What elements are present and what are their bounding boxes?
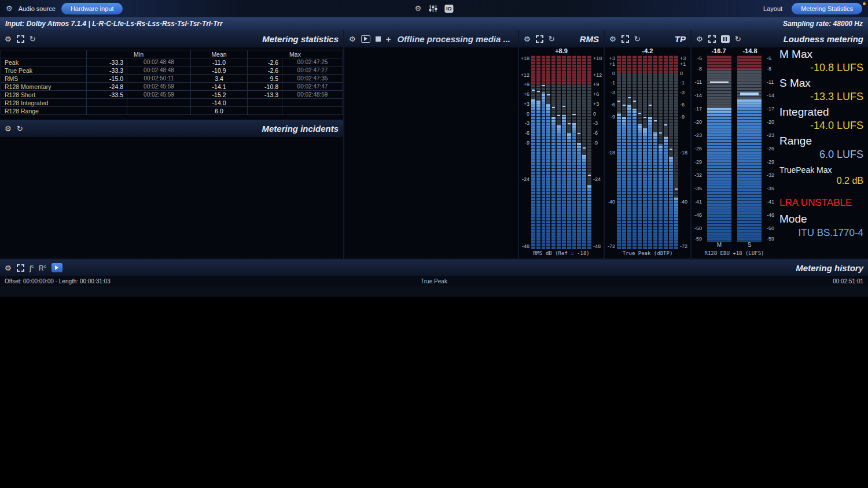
meter-segments: [587, 56, 591, 249]
scale-tick-label: +9: [593, 82, 599, 87]
scale-tick-label: -59: [694, 236, 702, 242]
settings-icon[interactable]: ⚙: [414, 5, 421, 12]
scale-tick-label: -32: [694, 172, 702, 178]
settings-icon[interactable]: ⚙: [5, 35, 12, 43]
rms-meter: +18+12+9+6+30-3-6-9-24-48+18+12+9+6+30-3…: [519, 56, 604, 249]
loudness-readout-list: M Max -10.8 LUFS S Max -13.3 LUFS Integr…: [777, 47, 868, 258]
stop-icon[interactable]: [376, 36, 381, 42]
stats-cell: [282, 107, 343, 115]
fullscreen-icon[interactable]: [536, 35, 543, 43]
m-max-label: M Max: [779, 47, 863, 61]
meter-channel: [551, 56, 556, 249]
offline-empty-area: [344, 47, 518, 258]
reset-icon[interactable]: ↻: [735, 35, 741, 43]
scale-tick-label: -24: [522, 176, 529, 182]
scale-tick-label: -50: [767, 225, 774, 231]
scale-tick-label: +9: [524, 82, 529, 87]
stats-cell: Peak: [1, 58, 87, 66]
stats-cell: -11.0: [191, 58, 248, 66]
scale-tick-label: -35: [694, 186, 702, 191]
stats-cell: 3.4: [191, 75, 248, 83]
settings-icon[interactable]: ⚙: [524, 35, 531, 43]
meter-peak-marker: [710, 82, 729, 83]
loudness-title: Loudness metering: [784, 34, 863, 44]
meter-channel: [664, 56, 668, 249]
scale-tick-label: 0: [593, 111, 596, 117]
settings-icon[interactable]: ⚙: [6, 5, 13, 12]
io-icon[interactable]: IO: [444, 5, 454, 13]
incidents-title: Metering incidents: [262, 124, 339, 134]
stats-cell: [248, 99, 282, 107]
meter-channel: [536, 56, 540, 249]
fullscreen-icon[interactable]: [17, 264, 24, 272]
stats-cell: -33.5: [87, 91, 127, 99]
stats-cell: 00:02:45:59: [127, 91, 191, 99]
scale-tick-label: -14: [694, 93, 702, 98]
mode-value: ITU BS.1770-4: [779, 227, 863, 239]
meter-channel: [669, 56, 673, 249]
stats-col-blank: [1, 50, 87, 58]
scale-tick-label: -6: [593, 130, 598, 136]
hardware-input-button[interactable]: Hardware input: [61, 3, 123, 14]
meter-segments: [557, 56, 561, 249]
meter-segments: [622, 56, 626, 249]
scale-tick-label: -17: [694, 106, 702, 112]
settings-icon[interactable]: ⚙: [609, 35, 616, 43]
loudness-readouts: -16.7 -14.8: [692, 47, 777, 56]
settings-icon[interactable]: ⚙: [5, 264, 12, 272]
info-bar: Input: Dolby Atmos 7.1.4 | L-R-C-Lfe-Ls-…: [0, 17, 868, 30]
fullscreen-icon[interactable]: [708, 35, 716, 43]
meter-segments: [659, 56, 663, 249]
scale-tick-label: -9: [680, 114, 685, 120]
layout-button[interactable]: Layout: [763, 5, 782, 12]
scale-tick-label: +3: [593, 101, 599, 107]
reset-icon[interactable]: ↻: [549, 35, 555, 43]
meter-segments: [617, 56, 621, 249]
meter-segments: [551, 56, 556, 249]
clear-range-icon[interactable]: Rc: [39, 264, 46, 272]
meter-segments: [546, 56, 550, 249]
meter-peak-marker: [643, 117, 646, 118]
mixer-icon[interactable]: [428, 5, 437, 13]
reset-icon[interactable]: ↻: [30, 35, 36, 43]
reset-icon[interactable]: ↻: [17, 125, 23, 132]
fullscreen-icon[interactable]: [17, 35, 24, 43]
history-offset-label: Offset: 00:00:00:00 - Length: 00:00:31:0…: [5, 278, 111, 284]
pause-icon[interactable]: [721, 35, 730, 43]
stats-cell: [127, 107, 191, 115]
add-icon[interactable]: +: [386, 35, 391, 43]
top-toolbar: ⚙ Audio source Hardware input ⚙ IO Layou…: [0, 0, 868, 17]
s-max-label: S Max: [779, 76, 863, 90]
audio-source-label: Audio source: [19, 5, 56, 12]
reset-icon[interactable]: ↻: [634, 35, 641, 43]
stats-cell: 00:02:47:47: [282, 83, 343, 91]
tp-readout: -4.2: [605, 47, 690, 56]
statistics-header: ⚙ ↻ Metering statistics: [0, 30, 343, 47]
stats-row: R128 Integrated-14.0: [1, 99, 343, 107]
stats-cell: 00:02:50:11: [127, 75, 191, 83]
scale-tick-label: -23: [694, 132, 702, 138]
scale-tick-label: -3: [610, 90, 615, 95]
clear-integrated-icon[interactable]: ∫c: [30, 264, 34, 272]
scale-tick-label: +6: [593, 91, 599, 97]
play-icon[interactable]: [361, 35, 370, 43]
stats-row: R128 Short-33.500:02:45:59-15.2-13.300:0…: [1, 91, 343, 99]
settings-icon[interactable]: ⚙: [696, 35, 703, 43]
scale-tick-label: +3: [680, 56, 686, 61]
meter-channel: [737, 56, 762, 242]
scale-tick-label: -11: [695, 79, 702, 85]
meter-peak-marker: [638, 113, 641, 114]
stats-cell: 9.5: [248, 75, 282, 83]
scale-tick-label: -48: [522, 243, 529, 249]
notification-dot: [863, 2, 866, 5]
metering-statistics-button[interactable]: Metering Statistics: [792, 3, 862, 14]
fullscreen-icon[interactable]: [621, 35, 629, 43]
offline-header: ⚙ + Offline processing media ...: [344, 30, 518, 47]
play-button[interactable]: [52, 263, 62, 272]
stats-cell: 00:02:47:27: [282, 66, 343, 75]
scale-tick-label: -9: [593, 140, 598, 146]
settings-icon[interactable]: ⚙: [349, 35, 356, 43]
settings-icon[interactable]: ⚙: [5, 125, 12, 132]
stats-row: R128 Momentary-24.800:02:45:59-14.1-10.8…: [1, 83, 343, 91]
truepeak-max-value: 0.2 dB: [779, 175, 863, 187]
